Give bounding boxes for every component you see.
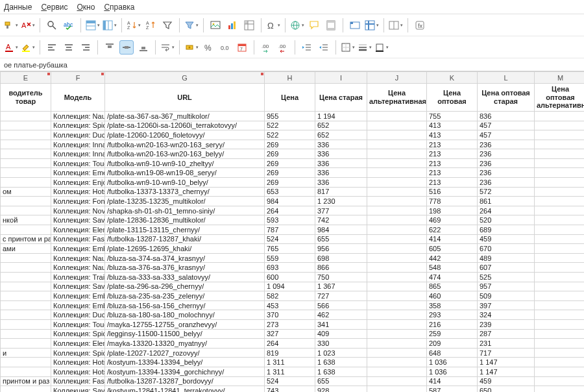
cell-h[interactable]: 559 xyxy=(265,253,315,263)
table-row[interactable]: нкойКоллекция: Savo/plate-12836-12836_mu… xyxy=(1,215,585,225)
cell-f[interactable]: Коллекция: Naug xyxy=(51,253,105,263)
menu-service[interactable]: Сервис xyxy=(41,3,67,12)
cell-e[interactable] xyxy=(1,367,51,376)
add-decimal-icon[interactable]: .00 xyxy=(259,40,273,55)
cell-i[interactable]: 1 023 xyxy=(315,348,367,358)
border-style-icon[interactable] xyxy=(358,40,372,55)
hdr-price-wh-alt[interactable]: Цена оптовая альтернативная xyxy=(535,84,585,112)
cell-e[interactable] xyxy=(1,130,51,140)
cell-h[interactable]: 269 xyxy=(265,149,315,159)
cell-h[interactable]: 1 094 xyxy=(265,282,315,291)
cell-j[interactable] xyxy=(367,310,427,320)
hdr-price-wh[interactable]: Цена оптовая xyxy=(427,84,478,112)
cell-j[interactable] xyxy=(367,168,427,178)
align-middle-icon[interactable] xyxy=(119,40,134,55)
cell-m[interactable] xyxy=(535,121,585,130)
align-bottom-icon[interactable] xyxy=(136,40,151,55)
cell-m[interactable] xyxy=(535,215,585,225)
cell-l[interactable]: 236 xyxy=(478,178,535,188)
cell-e[interactable] xyxy=(1,178,51,188)
cell-i[interactable]: 566 xyxy=(315,300,367,310)
cell-j[interactable] xyxy=(367,197,427,206)
freeze-icon[interactable] xyxy=(365,18,379,32)
cell-h[interactable]: 273 xyxy=(265,319,315,329)
cell-l[interactable]: 836 xyxy=(478,111,535,121)
cell-l[interactable]: 324 xyxy=(478,310,535,320)
cell-h[interactable]: 453 xyxy=(265,300,315,310)
cell-g[interactable]: /plate-sa-296-sa-296_chernyy/ xyxy=(105,282,265,291)
cell-k[interactable]: 209 xyxy=(427,339,478,349)
cell-k[interactable]: 469 xyxy=(427,215,478,225)
cell-m[interactable] xyxy=(535,197,585,206)
cell-h[interactable]: 524 xyxy=(265,376,315,386)
hdr-price[interactable]: Цена xyxy=(265,84,315,112)
cell-e[interactable] xyxy=(1,206,51,215)
cell-f[interactable]: Коллекция: Hots xyxy=(51,367,105,376)
cell-i[interactable]: 984 xyxy=(315,225,367,235)
column-letters-row[interactable]: E F G H I J K L M xyxy=(1,72,585,84)
header-footer-icon[interactable] xyxy=(324,18,338,32)
cell-g[interactable]: /futbolka-wn20-163-wn20-163_belyy/ xyxy=(105,149,265,159)
sort-desc-icon[interactable]: AZ xyxy=(143,18,158,32)
cell-e[interactable]: принтом и раз xyxy=(1,376,51,386)
table-row[interactable]: Коллекция: Naug/bluza-sa-376-sa-376_kras… xyxy=(1,263,585,273)
cell-e[interactable] xyxy=(1,282,51,291)
decrease-indent-icon[interactable] xyxy=(317,40,331,55)
cell-m[interactable] xyxy=(535,244,585,254)
cell-k[interactable]: 442 xyxy=(427,253,478,263)
cell-f[interactable]: Коллекция: Spicy xyxy=(51,329,105,339)
cell-l[interactable]: 397 xyxy=(478,300,535,310)
cell-m[interactable] xyxy=(535,206,585,215)
split-window-icon[interactable] xyxy=(389,18,403,32)
cell-i[interactable]: 652 xyxy=(315,121,367,130)
cell-f[interactable]: Коллекция: Fash xyxy=(51,234,105,244)
cell-k[interactable]: 778 xyxy=(427,197,478,206)
cell-i[interactable]: 377 xyxy=(315,206,367,215)
clear-format-icon[interactable]: A xyxy=(21,18,35,32)
table-row[interactable]: Коллекция: Elem/plate-13115-13115_cherny… xyxy=(1,225,585,235)
cell-m[interactable] xyxy=(535,130,585,140)
cell-i[interactable]: 742 xyxy=(315,215,367,225)
hdr-price-wh-old[interactable]: Цена оптовая старая xyxy=(478,84,535,112)
cell-f[interactable]: Коллекция: Touc xyxy=(51,319,105,329)
table-row[interactable]: Коллекция: Fond/plate-13235-13235_multik… xyxy=(1,197,585,206)
table-row[interactable]: Коллекция: Duch/bluza-sa-180-sa-180_molo… xyxy=(1,310,585,320)
cell-g[interactable]: /plate-13235-13235_multikolor/ xyxy=(105,197,265,206)
cell-i[interactable]: 336 xyxy=(315,149,367,159)
cell-i[interactable]: 336 xyxy=(315,140,367,149)
col-l[interactable]: L xyxy=(478,72,535,84)
sort-asc-icon[interactable]: AZ xyxy=(127,18,141,32)
define-range-icon[interactable] xyxy=(348,18,362,32)
cell-k[interactable]: 548 xyxy=(427,263,478,273)
wrap-text-icon[interactable] xyxy=(160,40,175,55)
cell-m[interactable] xyxy=(535,178,585,188)
col-j[interactable]: J xyxy=(367,72,427,84)
cell-g[interactable]: /futbolka-wn20-163-wn20-163_seryy/ xyxy=(105,140,265,149)
cell-h[interactable]: 765 xyxy=(265,244,315,254)
cell-m[interactable] xyxy=(535,149,585,159)
cell-l[interactable]: 231 xyxy=(478,339,535,349)
cell-j[interactable] xyxy=(367,348,427,358)
cell-f[interactable]: Коллекция: Naug xyxy=(51,111,105,121)
table-row[interactable]: Коллекция: Duch/plate-12060-12060_fiolet… xyxy=(1,130,585,140)
cell-j[interactable] xyxy=(367,282,427,291)
cell-e[interactable] xyxy=(1,197,51,206)
cell-i[interactable]: 750 xyxy=(315,273,367,282)
cell-e[interactable] xyxy=(1,310,51,320)
cell-m[interactable] xyxy=(535,187,585,197)
cell-i[interactable]: 336 xyxy=(315,168,367,178)
pivot-icon[interactable] xyxy=(242,18,256,32)
cell-e[interactable]: ами xyxy=(1,244,51,254)
cell-e[interactable] xyxy=(1,291,51,301)
table-row[interactable]: Коллекция: Elem/mayka-13320-13320_myatny… xyxy=(1,339,585,349)
function-icon[interactable]: fx xyxy=(413,18,427,32)
cell-h[interactable]: 593 xyxy=(265,215,315,225)
chart-icon[interactable] xyxy=(225,18,239,32)
cell-l[interactable]: 509 xyxy=(478,291,535,301)
cell-k[interactable]: 648 xyxy=(427,348,478,358)
align-top-icon[interactable] xyxy=(103,40,117,55)
cell-h[interactable]: 269 xyxy=(265,158,315,168)
menu-bar[interactable]: Данные Сервис Окно Справка xyxy=(0,0,584,14)
cell-g[interactable]: /bluza-sa-374-sa-374_krasnyy/ xyxy=(105,253,265,263)
cell-i[interactable]: 817 xyxy=(315,187,367,197)
